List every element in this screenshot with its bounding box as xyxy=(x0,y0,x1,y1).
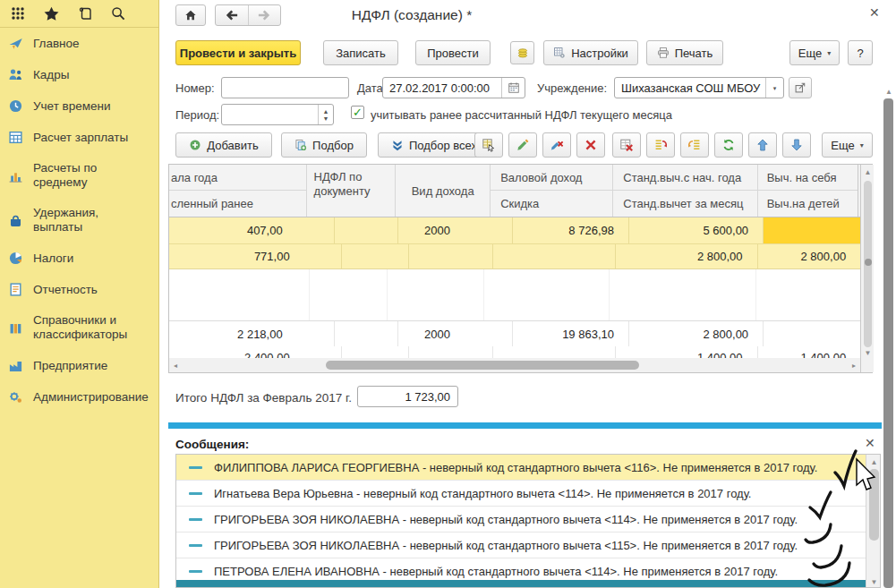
table-cell[interactable] xyxy=(493,346,616,359)
table-cell[interactable] xyxy=(342,346,410,359)
sidebar-item-raschety-po-srednemu[interactable]: Расчеты по среднему xyxy=(0,153,158,198)
table-vertical-scrollbar[interactable]: ▲ ▼ xyxy=(860,165,874,372)
window-scroll-thumb[interactable] xyxy=(883,98,893,588)
open-institution-button[interactable] xyxy=(789,77,812,98)
table-cell[interactable] xyxy=(409,346,493,359)
window-close-icon[interactable]: ✕ xyxy=(869,5,880,20)
delete-row-button[interactable] xyxy=(576,132,605,158)
clear-table-button[interactable] xyxy=(612,132,641,158)
table-cell[interactable]: 2 800,00 xyxy=(616,244,758,268)
column-header-cell[interactable]: Выч. на себя xyxy=(758,165,858,191)
table-cell[interactable] xyxy=(335,321,398,346)
table-horizontal-scrollbar[interactable]: ◂ ▸ xyxy=(169,358,860,372)
scroll-up-icon[interactable]: ▲ xyxy=(883,86,894,97)
table-cell[interactable]: 2 400,00 xyxy=(169,346,342,359)
column-header-cell[interactable]: Скидка xyxy=(491,191,612,217)
sidebar-item-predpriyatie[interactable]: Предприятие xyxy=(0,350,158,381)
dtkt-button[interactable] xyxy=(510,41,534,64)
table-cell-selected[interactable] xyxy=(764,217,861,243)
back-button[interactable] xyxy=(216,5,249,25)
scroll-right-icon[interactable]: ▸ xyxy=(848,358,860,372)
column-header-ndfl-doc[interactable]: НДФЛ по документу xyxy=(307,165,397,217)
spinner-up-icon[interactable]: ▲ xyxy=(323,108,329,115)
horizontal-scroll-thumb[interactable] xyxy=(326,361,639,370)
search-icon[interactable] xyxy=(111,6,125,21)
period-spinner[interactable]: ▲ ▼ xyxy=(318,105,333,124)
sidebar-item-uderzhaniya[interactable]: Удержания, выплаты xyxy=(0,198,158,243)
sidebar-item-glavnoe[interactable]: Главное xyxy=(0,28,158,59)
messages-scroll-thumb[interactable] xyxy=(869,469,879,541)
table-cell[interactable]: 19 863,10 xyxy=(513,321,629,346)
menu-grid-icon[interactable] xyxy=(11,6,25,21)
column-header-cell[interactable]: ала года xyxy=(169,165,306,191)
table-cell[interactable]: 1 400,00 xyxy=(616,346,758,359)
table-more-button[interactable]: Еще▾ xyxy=(822,132,873,158)
save-button[interactable]: Записать xyxy=(323,40,398,65)
calendar-button[interactable] xyxy=(501,78,525,98)
add-row-button[interactable]: Добавить xyxy=(175,132,272,158)
sidebar-item-kadry[interactable]: Кадры xyxy=(0,59,158,90)
message-row[interactable]: Игнатьева Вера Юрьевна - неверный код ст… xyxy=(176,481,880,507)
consider-previous-checkbox[interactable]: ✓ xyxy=(351,106,364,119)
sidebar-item-nalogi[interactable]: Налоги xyxy=(0,243,158,274)
history-icon[interactable] xyxy=(78,6,92,21)
institution-dropdown-button[interactable]: ▾ xyxy=(765,78,783,98)
table-row-selected[interactable]: 407,00 2000 8 726,98 5 600,00 771,00 2 8… xyxy=(169,217,872,269)
column-header-std-deduction[interactable]: Станд.выч.с нач. года Станд.вычет за мес… xyxy=(613,165,757,217)
home-button[interactable] xyxy=(175,4,206,26)
table-cell[interactable] xyxy=(335,217,398,243)
scroll-up-icon[interactable]: ▲ xyxy=(866,456,881,467)
scroll-down-icon[interactable]: ▼ xyxy=(861,347,875,358)
messages-close-icon[interactable]: ✕ xyxy=(865,436,875,450)
panel-splitter[interactable] xyxy=(168,422,882,429)
settings-button[interactable]: Настройки xyxy=(543,40,638,65)
move-end-button[interactable] xyxy=(680,132,709,158)
refresh-button[interactable] xyxy=(714,132,743,158)
column-header-income-type[interactable]: Вид дохода xyxy=(396,165,491,217)
date-input[interactable]: 27.02.2017 0:00:00 xyxy=(383,81,501,95)
table-cell[interactable]: 2 800,00 xyxy=(629,321,764,346)
column-header-cell[interactable]: Станд.вычет за месяц xyxy=(613,191,756,217)
institution-input[interactable]: Шихазанская СОШ МБОУ xyxy=(615,81,765,95)
favorites-star-icon[interactable] xyxy=(44,6,59,21)
total-input[interactable]: 1 723,00 xyxy=(357,386,458,407)
table-empty-area[interactable] xyxy=(169,269,872,320)
end-edit-button[interactable] xyxy=(542,132,571,158)
move-begin-button[interactable] xyxy=(646,132,675,158)
column-header-deduction-self[interactable]: Выч. на себя Выч.на детей xyxy=(758,165,858,217)
message-row-selected[interactable]: ФИЛИППОВА ЛАРИСА ГЕОРГИЕВНА - неверный к… xyxy=(176,455,880,481)
post-button[interactable]: Провести xyxy=(415,40,491,65)
move-up-button[interactable] xyxy=(748,132,777,158)
table-cell[interactable]: 1 400,00 xyxy=(758,346,861,359)
column-header-cell[interactable]: Выч.на детей xyxy=(758,191,858,217)
sidebar-item-otchetnost[interactable]: Отчетность xyxy=(0,274,158,305)
spinner-down-icon[interactable]: ▼ xyxy=(323,115,329,122)
edit-button[interactable] xyxy=(508,132,537,158)
table-cell[interactable]: 771,00 xyxy=(169,244,342,268)
column-header-cell[interactable]: сленный ранее xyxy=(169,191,306,217)
column-header-cell[interactable]: Валовой доход xyxy=(491,165,612,191)
message-row[interactable]: ГРИГОРЬЕВА ЗОЯ НИКОЛАЕВНА - неверный код… xyxy=(176,533,880,558)
sidebar-item-spravochniki[interactable]: Справочники и классификаторы xyxy=(0,305,158,350)
table-cell[interactable] xyxy=(342,244,410,268)
forward-button[interactable] xyxy=(249,5,281,25)
number-input[interactable] xyxy=(221,77,349,98)
scroll-up-icon[interactable]: ▲ xyxy=(861,166,875,177)
sidebar-item-raschet-zarplaty[interactable]: Расчет зарплаты xyxy=(0,122,158,153)
more-button[interactable]: Еще▾ xyxy=(789,40,840,65)
table-cell[interactable] xyxy=(493,244,616,268)
sidebar-item-uchet-vremeni[interactable]: Учет времени xyxy=(0,90,158,122)
pick-button[interactable]: Подбор xyxy=(281,132,367,158)
column-header-gross-income[interactable]: Валовой доход Скидка xyxy=(491,165,613,217)
table-cell[interactable]: 407,00 xyxy=(169,217,335,243)
message-row[interactable]: ГРИГОРЬЕВА ЗОЯ НИКОЛАЕВНА - неверный код… xyxy=(176,507,880,533)
print-button[interactable]: Печать xyxy=(646,40,723,65)
table-cell[interactable]: 8 726,98 xyxy=(513,217,629,243)
move-down-button[interactable] xyxy=(782,132,811,158)
table-cell[interactable]: 2000 xyxy=(398,321,513,346)
messages-scrollbar[interactable]: ▲ ▼ xyxy=(866,455,881,588)
column-header-cell[interactable]: Станд.выч.с нач. года xyxy=(613,165,756,191)
table-cell[interactable] xyxy=(764,321,861,346)
table-row[interactable]: 2 218,00 2000 19 863,10 2 800,00 2 400,0… xyxy=(169,320,872,359)
table-cell[interactable]: 2000 xyxy=(398,217,513,243)
